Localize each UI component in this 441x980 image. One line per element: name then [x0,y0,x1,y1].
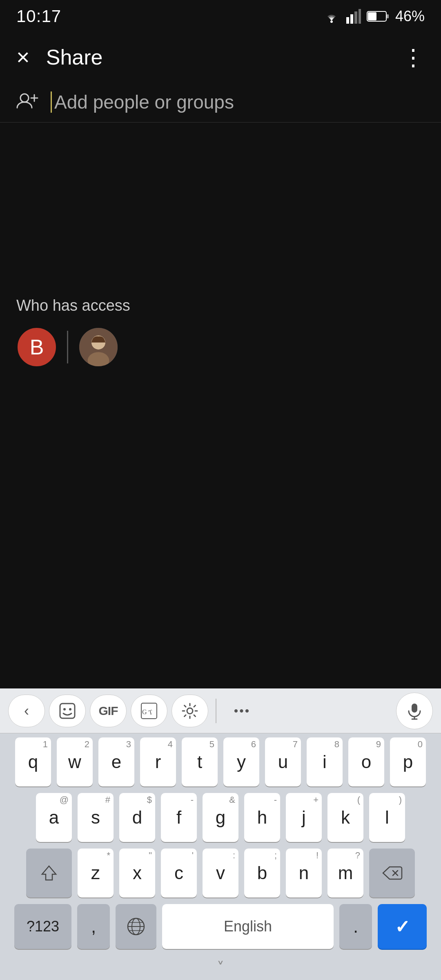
status-time: 10:17 [16,7,61,26]
battery-icon [367,10,390,22]
key-h[interactable]: -h [244,793,280,842]
svg-rect-22 [412,704,417,713]
globe-icon [126,917,146,936]
content-area: Who has access B [0,122,441,384]
gif-button[interactable]: GIF [90,695,127,727]
gear-icon [181,702,199,720]
key-p[interactable]: 0p [390,737,426,786]
gif-label: GIF [99,704,118,718]
backspace-key[interactable] [369,849,415,898]
key-n[interactable]: !n [286,849,322,898]
status-icons: 46% [323,8,425,25]
period-key[interactable]: . [339,904,372,949]
svg-rect-7 [368,12,376,20]
key-l[interactable]: )l [369,793,405,842]
shift-key[interactable] [26,849,72,898]
search-placeholder: Add people or groups [54,91,234,113]
sticker-button[interactable] [49,695,86,727]
space-key[interactable]: English [162,904,334,949]
svg-point-17 [69,708,71,710]
search-input-area[interactable]: Add people or groups [51,91,425,113]
keyboard-toolbar: ‹ GIF G T •• [0,688,441,733]
key-u[interactable]: 7u [265,737,301,786]
svg-text:T: T [148,708,154,716]
key-w[interactable]: 2w [57,737,93,786]
key-y[interactable]: 6y [223,737,259,786]
key-e[interactable]: 3e [98,737,134,786]
app-header: × Share ⋮ [0,33,441,82]
globe-key[interactable] [116,904,156,949]
avatar-b: B [16,327,57,368]
page-title: Share [46,45,385,69]
key-o[interactable]: 9o [348,737,384,786]
toolbar-separator [216,699,216,723]
translate-icon: G T [140,702,158,720]
avatar-person-svg [79,327,118,368]
battery-percent: 46% [395,8,425,25]
svg-rect-15 [60,704,75,718]
keyboard-body: 1q 2w 3e 4r 5t 6y 7u 8i 9o 0p @a #s $d -… [0,733,441,956]
svg-rect-4 [359,9,361,24]
key-q[interactable]: 1q [15,737,51,786]
signal-icon [346,9,361,24]
key-z[interactable]: *z [78,849,114,898]
svg-point-16 [63,708,66,710]
svg-rect-6 [387,14,389,18]
keyboard-hide-chevron[interactable]: ˅ [217,959,224,976]
svg-rect-2 [350,14,353,24]
key-t[interactable]: 5t [182,737,218,786]
key-k[interactable]: (k [327,793,363,842]
enter-key[interactable]: ✓ [378,904,427,949]
key-b[interactable]: ;b [244,849,280,898]
keyboard-back-button[interactable]: ‹ [8,695,45,727]
sticker-icon [58,702,76,720]
key-g[interactable]: &g [203,793,238,842]
settings-button[interactable] [172,695,208,727]
translate-button[interactable]: G T [131,695,167,727]
key-c[interactable]: 'c [161,849,197,898]
svg-rect-1 [346,17,349,24]
svg-marker-25 [42,866,56,880]
key-r[interactable]: 4r [140,737,176,786]
key-a[interactable]: @a [36,793,72,842]
svg-text:G: G [142,708,147,715]
key-row-bottom: ?123 , English . ✓ [4,904,437,956]
shift-icon [40,864,58,882]
wifi-icon [323,9,341,24]
key-x[interactable]: "x [119,849,155,898]
svg-point-21 [187,708,193,714]
key-f[interactable]: -f [161,793,197,842]
search-row: Add people or groups [0,82,441,122]
comma-key[interactable]: , [77,904,110,949]
dots-icon: ••• [234,704,251,718]
checkmark-icon: ✓ [395,916,410,937]
close-button[interactable]: × [16,46,30,69]
access-avatars: B [16,327,425,368]
key-row-1: 1q 2w 3e 4r 5t 6y 7u 8i 9o 0p [4,737,437,786]
key-j[interactable]: +j [286,793,322,842]
key-row-2: @a #s $d -f &g -h +j (k )l [4,793,437,842]
add-person-icon [16,90,38,114]
microphone-button[interactable] [396,693,433,729]
svg-point-8 [20,94,29,102]
key-i[interactable]: 8i [307,737,343,786]
backspace-icon [381,865,403,881]
menu-button[interactable]: ⋮ [402,44,425,71]
key-s[interactable]: #s [78,793,114,842]
back-chevron-icon: ‹ [24,702,29,719]
avatar-divider [67,331,68,363]
key-m[interactable]: ?m [327,849,363,898]
num-key[interactable]: ?123 [14,904,71,949]
key-row-3: *z "x 'c :v ;b !n ?m [4,849,437,898]
access-label: Who has access [16,297,425,314]
key-v[interactable]: :v [203,849,238,898]
keyboard-container: ‹ GIF G T •• [0,688,441,980]
status-bar: 10:17 46% [0,0,441,33]
svg-rect-3 [354,11,357,24]
key-d[interactable]: $d [119,793,155,842]
home-indicator-area: ˅ [0,956,441,980]
more-options-button[interactable]: ••• [224,695,261,727]
text-cursor [51,91,52,113]
microphone-icon [405,702,423,720]
access-section: Who has access B [0,285,441,384]
